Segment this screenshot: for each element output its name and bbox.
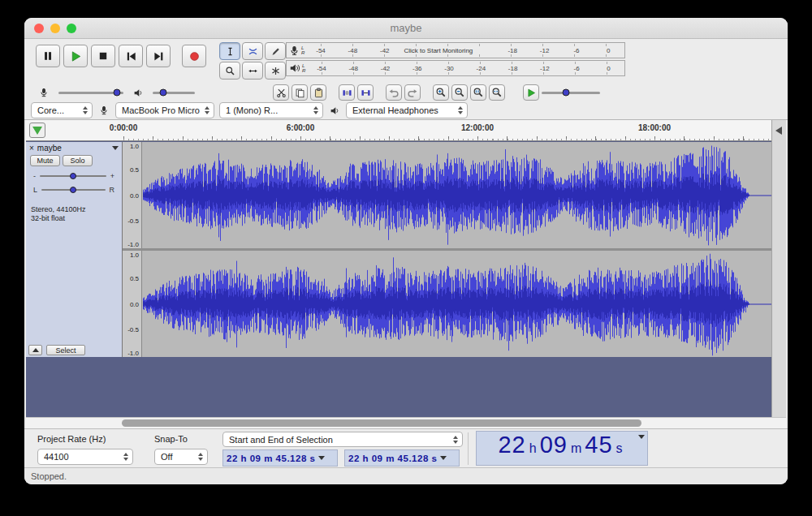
horizontal-scrollbar[interactable]: [26, 417, 786, 428]
audio-position-display[interactable]: 22h 09m 45s: [476, 431, 648, 466]
left-channel: 1.0 0.5 0.0 -0.5 -1.0: [123, 142, 771, 248]
meter-tick-label: -24: [477, 65, 486, 72]
track-name[interactable]: maybe: [37, 144, 109, 153]
track-control-panel: × maybe Mute Solo - + L: [26, 142, 123, 357]
playback-meter-scale: -54 -48 -42 -36 -30 -24 -18 -12 -6 0: [305, 61, 624, 75]
play-speed-slider[interactable]: [542, 92, 600, 94]
format-dropdown-icon[interactable]: [638, 435, 645, 439]
envelope-tool-button[interactable]: [242, 42, 263, 60]
skip-to-start-button[interactable]: [119, 45, 143, 67]
timeline-label: 12:00:00: [461, 123, 494, 132]
pan-right-label: R: [110, 186, 115, 194]
silence-icon: [361, 88, 371, 98]
meter-tick-label: -30: [444, 65, 454, 72]
zoom-window-button[interactable]: [67, 24, 76, 33]
skip-to-end-button[interactable]: [146, 45, 171, 67]
chevron-updown-icon: [83, 106, 88, 114]
play-button[interactable]: [63, 45, 88, 67]
zoom-out-button[interactable]: [451, 84, 468, 101]
stop-icon: [97, 50, 109, 62]
waveform-canvas-right[interactable]: [143, 251, 771, 357]
meter-tick-label: -54: [317, 65, 326, 72]
mute-button[interactable]: Mute: [30, 155, 60, 166]
recording-meter[interactable]: LR -54 -48 -42 Click to Start Monitoring…: [286, 42, 625, 58]
waveform-canvas-left[interactable]: [143, 142, 771, 248]
selection-end-field[interactable]: 22 h 09 m 45.128 s: [344, 449, 460, 467]
chevron-updown-icon: [123, 453, 128, 461]
title-bar[interactable]: maybe: [24, 18, 788, 39]
snap-to-select[interactable]: Off: [154, 449, 208, 465]
trim-audio-button[interactable]: [339, 84, 355, 101]
recording-channels-select[interactable]: 1 (Mono) R...: [219, 102, 323, 118]
horizontal-scrollbar-thumb[interactable]: [122, 419, 641, 427]
monitoring-hint-text[interactable]: Click to Start Monitoring: [404, 47, 473, 54]
selection-mode-select[interactable]: Start and End of Selection: [222, 432, 463, 447]
solo-button[interactable]: Solo: [63, 155, 93, 166]
status-bar: Stopped.: [24, 467, 788, 484]
format-dropdown-icon[interactable]: [318, 456, 325, 460]
pause-button[interactable]: [36, 45, 60, 67]
undo-button[interactable]: [386, 84, 402, 101]
zoom-selection-button[interactable]: [470, 84, 486, 101]
track-menu-button[interactable]: [112, 146, 119, 150]
recording-volume-slider[interactable]: [58, 92, 123, 94]
pan-left-label: L: [33, 186, 37, 194]
zoom-in-button[interactable]: [433, 84, 449, 101]
multi-tool-button[interactable]: [265, 62, 286, 80]
project-rate-select[interactable]: 44100: [37, 449, 133, 465]
gain-slider[interactable]: [40, 175, 106, 177]
recording-device-select[interactable]: MacBook Pro Micro...: [115, 102, 214, 118]
selection-start-field[interactable]: 22 h 09 m 45.128 s: [222, 449, 338, 467]
minimize-window-button[interactable]: [50, 24, 60, 33]
chevron-updown-icon: [198, 453, 203, 461]
track-area: 0:00:00 6:00:00 12:00:00 18:00:00 × mayb…: [26, 120, 786, 417]
redo-button[interactable]: [404, 84, 421, 101]
meter-toolbars: LR -54 -48 -42 Click to Start Monitoring…: [286, 42, 625, 78]
meter-tick-label: -36: [412, 65, 422, 72]
silence-audio-button[interactable]: [357, 84, 374, 101]
pan-slider[interactable]: [41, 189, 105, 191]
multi-tool-icon: [270, 66, 281, 76]
timeline-ruler[interactable]: 0:00:00 6:00:00 12:00:00 18:00:00: [26, 120, 771, 141]
recording-meter-scale: -54 -48 -42 Click to Start Monitoring -1…: [304, 43, 624, 58]
record-icon: [188, 50, 201, 62]
paste-button[interactable]: [310, 84, 326, 101]
scroll-marker-icon: [775, 127, 782, 135]
meter-tick-label: -42: [381, 65, 391, 72]
chevron-updown-icon: [453, 436, 458, 444]
selection-tool-button[interactable]: [219, 42, 240, 60]
playback-volume-slider[interactable]: [153, 92, 195, 94]
vertical-scrollbar[interactable]: [771, 120, 786, 417]
close-window-button[interactable]: [34, 24, 44, 33]
copy-button[interactable]: [292, 84, 308, 101]
track-select-button[interactable]: Select: [46, 345, 85, 355]
speaker-icon: [289, 62, 300, 74]
track-header: × maybe: [26, 142, 122, 154]
timeline-options-button[interactable]: [29, 123, 45, 138]
playback-meter[interactable]: LR -54 -48 -42 -36 -30 -24 -18 -12 -6 0: [286, 60, 625, 76]
zoom-fit-button[interactable]: [489, 84, 505, 101]
cut-button[interactable]: [273, 84, 289, 101]
track-close-button[interactable]: ×: [29, 144, 34, 153]
audio-host-select[interactable]: Core...: [31, 102, 93, 118]
microphone-icon: [97, 103, 110, 118]
play-at-speed-button[interactable]: [523, 84, 539, 101]
desktop-background: maybe: [0, 0, 812, 516]
draw-tool-button[interactable]: [265, 42, 286, 60]
zoom-in-icon: [435, 87, 447, 98]
format-dropdown-icon[interactable]: [440, 456, 447, 460]
track-collapse-button[interactable]: [28, 345, 42, 355]
zoom-out-icon: [454, 87, 465, 98]
time-shift-tool-button[interactable]: [242, 62, 263, 80]
microphone-icon: [289, 45, 300, 57]
record-button[interactable]: [182, 45, 206, 67]
zoom-selection-icon: [473, 87, 484, 98]
stop-button[interactable]: [91, 45, 115, 67]
undo-icon: [388, 87, 400, 98]
gain-min-label: -: [33, 172, 36, 180]
zoom-tool-button[interactable]: [219, 62, 240, 80]
redo-icon: [407, 87, 418, 98]
meter-tick-label: 0: [607, 65, 610, 72]
playback-device-select[interactable]: External Headphones: [346, 102, 468, 118]
audio-track: × maybe Mute Solo - + L: [26, 142, 771, 357]
